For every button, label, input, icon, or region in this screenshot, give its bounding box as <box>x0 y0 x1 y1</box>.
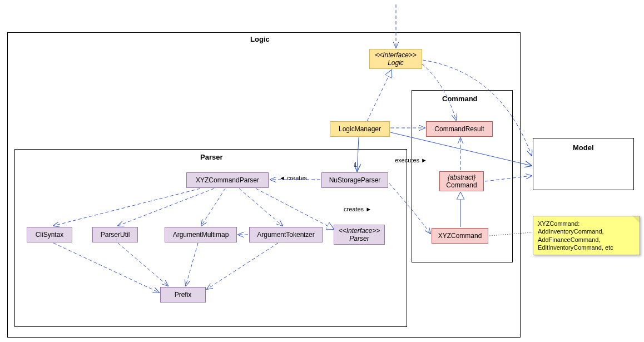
class-prefix: Prefix <box>160 287 206 303</box>
class-name: Prefix <box>175 291 192 299</box>
class-name: CommandResult <box>434 125 484 133</box>
class-name: ArgumentTokenizer <box>257 231 314 239</box>
class-name: ParserUtil <box>101 231 130 239</box>
stereotype: <<Interface>> <box>375 51 417 59</box>
class-nustorage-parser: NuStorageParser <box>321 172 388 188</box>
class-command-result: CommandResult <box>426 121 493 137</box>
diagram-canvas: Logic Model Parser Command <<Interface>>… <box>0 0 644 342</box>
note-xyz-command: XYZCommand: AddInventoryCommand, AddFina… <box>533 216 640 255</box>
class-abstract-command: {abstract} Command <box>439 171 484 191</box>
class-name: LogicManager <box>339 125 381 133</box>
class-logic-manager: LogicManager <box>330 121 390 137</box>
class-name: ArgumentMultimap <box>173 231 229 239</box>
class-name: Command <box>446 181 477 189</box>
note-line: AddFinanceCommand, <box>538 236 635 244</box>
label-mult-one: 1 <box>354 161 357 168</box>
class-xyz-command-parser: XYZCommandParser <box>186 172 269 188</box>
class-cli-syntax: CliSyntax <box>27 227 72 242</box>
class-name: Logic <box>388 59 404 67</box>
class-argument-tokenizer: ArgumentTokenizer <box>249 227 323 242</box>
class-argument-multimap: ArgumentMultimap <box>165 227 237 242</box>
note-line: AddInventoryCommand, <box>538 227 635 235</box>
class-logic-interface: <<Interface>> Logic <box>369 49 422 69</box>
class-name: NuStorageParser <box>329 176 381 184</box>
note-line: EditInventoryCommand, etc <box>538 244 635 251</box>
class-parser-util: ParserUtil <box>92 227 138 242</box>
class-name: CliSyntax <box>36 231 64 239</box>
package-logic-title: Logic <box>250 35 270 43</box>
package-parser-title: Parser <box>200 153 222 161</box>
class-name: XYZCommand <box>438 232 482 240</box>
package-model-title: Model <box>573 143 594 152</box>
class-name: Parser <box>349 235 369 242</box>
stereotype: {abstract} <box>448 174 476 181</box>
package-command-title: Command <box>442 95 478 103</box>
label-executes: executes ► <box>395 157 427 163</box>
label-creates-1: ◄ creates <box>279 175 307 181</box>
label-creates-2: creates ► <box>344 206 371 212</box>
stereotype: <<Interface>> <box>339 227 380 235</box>
class-name: XYZCommandParser <box>196 176 259 184</box>
note-line: XYZCommand: <box>538 220 635 227</box>
class-xyz-command: XYZCommand <box>432 228 488 244</box>
class-parser-interface: <<Interface>> Parser <box>334 225 385 245</box>
